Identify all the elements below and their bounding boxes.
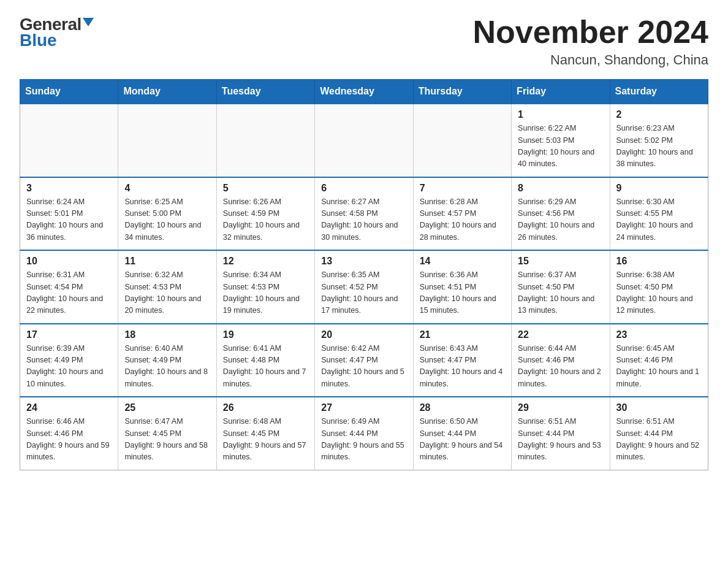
day-number: 20 [321,329,406,340]
calendar-cell: 9Sunrise: 6:30 AMSunset: 4:55 PMDaylight… [610,177,708,251]
calendar-header-saturday: Saturday [610,80,708,104]
calendar-header-sunday: Sunday [20,80,118,104]
logo-blue-text: Blue [20,31,57,50]
day-info: Sunrise: 6:50 AMSunset: 4:44 PMDaylight:… [420,416,505,464]
day-number: 14 [420,256,505,267]
day-number: 28 [420,402,505,413]
day-number: 30 [616,402,702,413]
calendar-header-friday: Friday [512,80,610,104]
day-info: Sunrise: 6:35 AMSunset: 4:52 PMDaylight:… [321,269,406,317]
day-info: Sunrise: 6:39 AMSunset: 4:49 PMDaylight:… [26,343,112,391]
page-header: General Blue November 2024 Nancun, Shand… [20,15,708,68]
logo-triangle-icon [83,18,94,26]
day-number: 2 [616,109,702,120]
calendar-cell: 15Sunrise: 6:37 AMSunset: 4:50 PMDayligh… [512,250,610,324]
calendar-week-row: 1Sunrise: 6:22 AMSunset: 5:03 PMDaylight… [20,104,708,177]
calendar-cell: 23Sunrise: 6:45 AMSunset: 4:46 PMDayligh… [610,324,708,397]
day-number: 1 [518,109,603,120]
calendar-header-row: SundayMondayTuesdayWednesdayThursdayFrid… [20,80,708,104]
calendar-cell: 14Sunrise: 6:36 AMSunset: 4:51 PMDayligh… [413,250,511,324]
day-number: 23 [616,329,702,340]
calendar-header-tuesday: Tuesday [216,80,314,104]
calendar-cell: 6Sunrise: 6:27 AMSunset: 4:58 PMDaylight… [315,177,413,251]
day-info: Sunrise: 6:51 AMSunset: 4:44 PMDaylight:… [616,416,702,464]
location-subtitle: Nancun, Shandong, China [473,52,708,68]
calendar-cell: 3Sunrise: 6:24 AMSunset: 5:01 PMDaylight… [20,177,118,251]
day-info: Sunrise: 6:51 AMSunset: 4:44 PMDaylight:… [518,416,603,464]
calendar-cell [118,104,216,177]
day-info: Sunrise: 6:41 AMSunset: 4:48 PMDaylight:… [223,343,308,391]
day-number: 5 [223,183,308,194]
day-info: Sunrise: 6:24 AMSunset: 5:01 PMDaylight:… [26,196,112,244]
calendar-week-row: 24Sunrise: 6:46 AMSunset: 4:46 PMDayligh… [20,397,708,470]
day-number: 15 [518,256,603,267]
calendar-cell: 22Sunrise: 6:44 AMSunset: 4:46 PMDayligh… [512,324,610,397]
calendar-header-thursday: Thursday [413,80,511,104]
calendar-cell: 19Sunrise: 6:41 AMSunset: 4:48 PMDayligh… [216,324,314,397]
day-info: Sunrise: 6:43 AMSunset: 4:47 PMDaylight:… [420,343,505,391]
day-number: 21 [420,329,505,340]
calendar-cell: 16Sunrise: 6:38 AMSunset: 4:50 PMDayligh… [610,250,708,324]
calendar-cell [216,104,314,177]
day-number: 13 [321,256,406,267]
calendar-cell: 27Sunrise: 6:49 AMSunset: 4:44 PMDayligh… [315,397,413,470]
day-number: 8 [518,183,603,194]
calendar-cell: 11Sunrise: 6:32 AMSunset: 4:53 PMDayligh… [118,250,216,324]
day-number: 16 [616,256,702,267]
calendar-table: SundayMondayTuesdayWednesdayThursdayFrid… [20,79,708,470]
calendar-cell: 18Sunrise: 6:40 AMSunset: 4:49 PMDayligh… [118,324,216,397]
day-number: 18 [124,329,210,340]
day-number: 22 [518,329,603,340]
day-info: Sunrise: 6:36 AMSunset: 4:51 PMDaylight:… [420,269,505,317]
calendar-cell: 17Sunrise: 6:39 AMSunset: 4:49 PMDayligh… [20,324,118,397]
calendar-header-wednesday: Wednesday [315,80,413,104]
calendar-cell: 29Sunrise: 6:51 AMSunset: 4:44 PMDayligh… [512,397,610,470]
calendar-header-monday: Monday [118,80,216,104]
day-number: 27 [321,402,406,413]
day-info: Sunrise: 6:34 AMSunset: 4:53 PMDaylight:… [223,269,308,317]
day-number: 26 [223,402,308,413]
calendar-cell: 28Sunrise: 6:50 AMSunset: 4:44 PMDayligh… [413,397,511,470]
day-number: 10 [26,256,112,267]
day-number: 6 [321,183,406,194]
day-info: Sunrise: 6:45 AMSunset: 4:46 PMDaylight:… [616,343,702,391]
day-info: Sunrise: 6:25 AMSunset: 5:00 PMDaylight:… [124,196,210,244]
calendar-cell: 30Sunrise: 6:51 AMSunset: 4:44 PMDayligh… [610,397,708,470]
day-info: Sunrise: 6:30 AMSunset: 4:55 PMDaylight:… [616,196,702,244]
calendar-cell: 8Sunrise: 6:29 AMSunset: 4:56 PMDaylight… [512,177,610,251]
day-number: 19 [223,329,308,340]
day-info: Sunrise: 6:48 AMSunset: 4:45 PMDaylight:… [223,416,308,464]
calendar-week-row: 10Sunrise: 6:31 AMSunset: 4:54 PMDayligh… [20,250,708,324]
day-number: 7 [420,183,505,194]
day-info: Sunrise: 6:29 AMSunset: 4:56 PMDaylight:… [518,196,603,244]
calendar-cell [20,104,118,177]
day-number: 9 [616,183,702,194]
calendar-cell [413,104,511,177]
calendar-cell: 5Sunrise: 6:26 AMSunset: 4:59 PMDaylight… [216,177,314,251]
calendar-cell: 10Sunrise: 6:31 AMSunset: 4:54 PMDayligh… [20,250,118,324]
day-info: Sunrise: 6:23 AMSunset: 5:02 PMDaylight:… [616,123,702,170]
calendar-cell: 12Sunrise: 6:34 AMSunset: 4:53 PMDayligh… [216,250,314,324]
day-number: 25 [124,402,210,413]
day-number: 24 [26,402,112,413]
day-info: Sunrise: 6:37 AMSunset: 4:50 PMDaylight:… [518,269,603,317]
day-number: 3 [26,183,112,194]
day-info: Sunrise: 6:31 AMSunset: 4:54 PMDaylight:… [26,269,112,317]
calendar-week-row: 3Sunrise: 6:24 AMSunset: 5:01 PMDaylight… [20,177,708,251]
day-info: Sunrise: 6:47 AMSunset: 4:45 PMDaylight:… [124,416,210,464]
calendar-cell: 25Sunrise: 6:47 AMSunset: 4:45 PMDayligh… [118,397,216,470]
calendar-cell: 1Sunrise: 6:22 AMSunset: 5:03 PMDaylight… [512,104,610,177]
day-info: Sunrise: 6:49 AMSunset: 4:44 PMDaylight:… [321,416,406,464]
calendar-cell: 24Sunrise: 6:46 AMSunset: 4:46 PMDayligh… [20,397,118,470]
day-info: Sunrise: 6:32 AMSunset: 4:53 PMDaylight:… [124,269,210,317]
day-number: 29 [518,402,603,413]
day-info: Sunrise: 6:27 AMSunset: 4:58 PMDaylight:… [321,196,406,244]
calendar-cell: 26Sunrise: 6:48 AMSunset: 4:45 PMDayligh… [216,397,314,470]
calendar-cell: 4Sunrise: 6:25 AMSunset: 5:00 PMDaylight… [118,177,216,251]
day-info: Sunrise: 6:22 AMSunset: 5:03 PMDaylight:… [518,123,603,170]
calendar-cell: 20Sunrise: 6:42 AMSunset: 4:47 PMDayligh… [315,324,413,397]
calendar-cell: 13Sunrise: 6:35 AMSunset: 4:52 PMDayligh… [315,250,413,324]
calendar-cell: 7Sunrise: 6:28 AMSunset: 4:57 PMDaylight… [413,177,511,251]
month-year-title: November 2024 [473,15,708,50]
day-number: 4 [124,183,210,194]
